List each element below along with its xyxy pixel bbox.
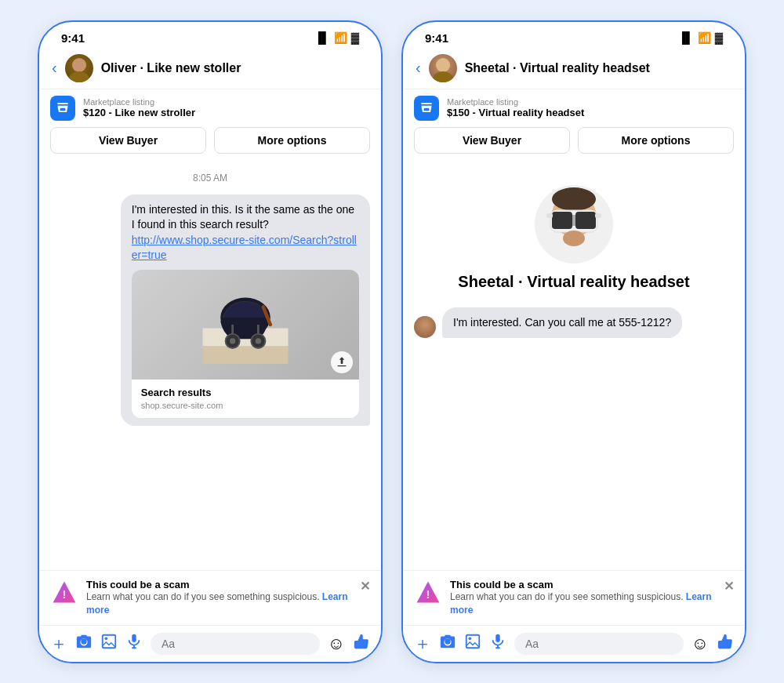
like-icon-1[interactable] [353, 633, 370, 655]
bottom-toolbar-1: ＋ ☺ [39, 625, 381, 662]
svg-rect-27 [572, 215, 575, 226]
scam-alert-icon-2: ! [414, 579, 442, 607]
action-buttons-2: View Buyer More options [403, 127, 745, 163]
signal-icon-2: ▐▌ [678, 31, 694, 44]
stroller-image-icon [202, 285, 289, 364]
chat-area-1: 8:05 AM I'm interested in this. Is it th… [39, 163, 381, 570]
svg-rect-36 [495, 634, 500, 641]
action-buttons-1: View Buyer More options [39, 127, 381, 163]
vr-listing-area: Sheetal · Virtual reality headset [414, 169, 734, 300]
shop-icon-2 [419, 100, 434, 116]
image-icon-1[interactable] [100, 633, 118, 655]
svg-point-7 [230, 338, 235, 343]
scam-close-button-1[interactable]: ✕ [360, 579, 370, 594]
camera-icon-2[interactable] [439, 633, 456, 655]
listing-info-1: Marketplace listing $120 - Like new stro… [83, 97, 370, 118]
listing-price-2: $150 - Virtual reality headset [447, 107, 734, 118]
header-title-1: Oliver · Like new stoller [101, 61, 241, 75]
svg-point-33 [445, 638, 450, 644]
svg-rect-30 [595, 213, 601, 218]
back-button-1[interactable]: ‹ [52, 59, 57, 77]
emoji-icon-2[interactable]: ☺ [691, 634, 709, 654]
svg-point-28 [563, 231, 585, 246]
more-options-button-2[interactable]: More options [578, 127, 734, 154]
battery-icon-2: ▓ [715, 31, 723, 44]
svg-text:!: ! [63, 588, 67, 601]
mic-icon-2[interactable] [489, 633, 506, 655]
view-buyer-button-1[interactable]: View Buyer [50, 127, 206, 154]
camera-icon-1[interactable] [75, 633, 93, 655]
bottom-toolbar-2: ＋ ☺ [403, 625, 745, 662]
scam-text-1: This could be a scam Learn what you can … [86, 579, 352, 617]
scam-desc-1: Learn what you can do if you see somethi… [86, 590, 352, 617]
chat-area-2: Sheetal · Virtual reality headset I'm in… [403, 163, 745, 570]
wifi-icon-2: 📶 [698, 31, 711, 44]
svg-text:!: ! [426, 588, 430, 601]
signal-icon: ▐▌ [314, 31, 330, 44]
marketplace-icon-2 [414, 96, 439, 121]
scam-title-2: This could be a scam [450, 579, 716, 590]
plus-icon-1[interactable]: ＋ [50, 632, 67, 656]
listing-price-1: $120 - Like new stroller [83, 107, 370, 118]
back-button-2[interactable]: ‹ [416, 59, 421, 77]
svg-rect-26 [575, 212, 596, 229]
emoji-icon-1[interactable]: ☺ [328, 634, 345, 654]
svg-point-1 [69, 71, 89, 82]
vr-headset-icon [535, 185, 613, 263]
status-time-2: 9:41 [425, 31, 448, 45]
status-time-1: 9:41 [61, 31, 85, 45]
message-text-2: I'm interested. Can you call me at 555-1… [453, 315, 671, 331]
share-button-1[interactable] [331, 351, 353, 373]
message-input-2[interactable] [514, 633, 684, 655]
message-input-1[interactable] [151, 633, 320, 655]
mic-icon-1[interactable] [125, 633, 143, 655]
svg-point-21 [433, 71, 453, 82]
scam-title-1: This could be a scam [86, 579, 352, 590]
message-bubble-1: I'm interested in this. Is it the same a… [121, 194, 370, 427]
scam-warning-1: ! This could be a scam Learn what you ca… [39, 570, 381, 625]
wifi-icon: 📶 [334, 31, 347, 44]
status-bar-1: 9:41 ▐▌ 📶 ▓ [39, 22, 381, 48]
listing-info-2: Marketplace listing $150 - Virtual reali… [447, 97, 734, 118]
link-card-title: Search results [141, 386, 350, 400]
vr-listing-title: Sheetal · Virtual reality headset [458, 271, 689, 292]
view-buyer-button-2[interactable]: View Buyer [414, 127, 570, 154]
avatar-face-icon [65, 54, 93, 82]
scam-alert-icon: ! [50, 579, 78, 607]
svg-point-9 [256, 338, 261, 343]
message-link-1[interactable]: http://www.shop.secure-site.com/Search?s… [132, 234, 357, 262]
listing-label-1: Marketplace listing [83, 97, 370, 107]
status-icons-2: ▐▌ 📶 ▓ [678, 31, 723, 44]
phone-frame-2: 9:41 ▐▌ 📶 ▓ ‹ Sheetal · Virtual reality … [401, 20, 746, 663]
message-row-2: I'm interested. Can you call me at 555-1… [414, 307, 734, 339]
share-icon [336, 356, 348, 369]
message-bubble-2: I'm interested. Can you call me at 555-1… [442, 307, 682, 339]
phone-frame-1: 9:41 ▐▌ 📶 ▓ ‹ Oliver · Like new stoller … [38, 20, 383, 663]
more-options-button-1[interactable]: More options [214, 127, 370, 154]
svg-point-35 [469, 637, 472, 640]
warning-icon-1: ! [50, 579, 78, 607]
like-icon-2[interactable] [717, 633, 734, 655]
svg-rect-29 [546, 213, 553, 218]
svg-point-23 [552, 187, 596, 211]
image-icon-2[interactable] [464, 633, 481, 655]
scam-desc-2: Learn what you can do if you see somethi… [450, 590, 716, 617]
scam-close-button-2[interactable]: ✕ [724, 579, 734, 594]
link-card-info: Search results shop.secure-site.com [132, 380, 359, 419]
status-icons-1: ▐▌ 📶 ▓ [314, 31, 359, 44]
svg-rect-17 [132, 634, 136, 641]
scam-warning-2: ! This could be a scam Learn what you ca… [403, 570, 745, 625]
listing-label-2: Marketplace listing [447, 97, 734, 107]
status-bar-2: 9:41 ▐▌ 📶 ▓ [403, 22, 745, 48]
svg-point-16 [105, 637, 108, 640]
svg-point-20 [436, 58, 450, 72]
header-title-2: Sheetal · Virtual reality headset [465, 61, 650, 75]
svg-rect-2 [202, 346, 288, 364]
marketplace-icon-1 [50, 96, 75, 121]
svg-rect-25 [552, 212, 572, 229]
plus-icon-2[interactable]: ＋ [414, 632, 431, 656]
vr-headset-image [535, 185, 613, 263]
header-avatar-2 [429, 54, 457, 82]
message-text-1: I'm interested in this. Is it the same a… [132, 203, 354, 231]
time-label-1: 8:05 AM [50, 173, 370, 183]
